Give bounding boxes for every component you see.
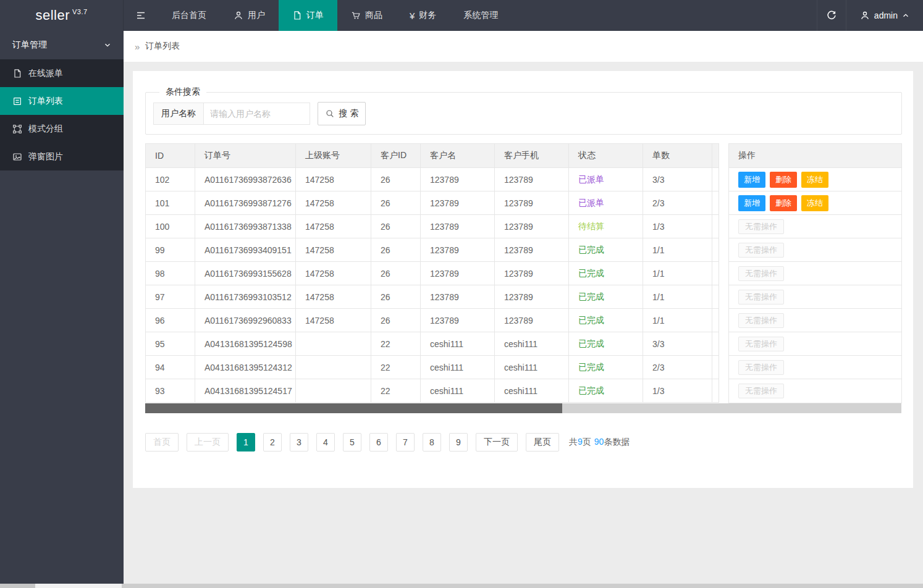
freeze-button[interactable]: 冻结 [801, 172, 828, 188]
pagination-page-8[interactable]: 8 [423, 433, 441, 452]
cell-status: 已派单 [569, 191, 643, 215]
actions-column-header: 操作 [729, 144, 901, 168]
table-row: 96A0116173699296083314725826123789123789… [146, 309, 719, 332]
page-scrollbar-thumb[interactable] [35, 584, 122, 588]
sidebar-item-order-list[interactable]: 订单列表 [0, 87, 124, 115]
cell-status: 已完成 [569, 262, 643, 285]
list-icon [12, 96, 22, 106]
nav-item-system[interactable]: 系统管理 [450, 0, 512, 31]
cell-customer-name: ceshi111 [421, 332, 495, 356]
user-icon [234, 10, 243, 20]
search-button[interactable]: 搜 索 [318, 102, 366, 125]
username-field-label: 用户名称 [153, 103, 204, 125]
table-row: 100A011617369938713381472582612378912378… [146, 215, 719, 238]
nav-item-finance[interactable]: ¥财务 [396, 0, 450, 31]
no-action-button: 无需操作 [738, 337, 784, 351]
breadcrumb: » 订单列表 [124, 31, 923, 62]
navbar-menu: 后台首页用户订单商品¥财务系统管理 [158, 0, 512, 31]
cell-order-no: A04131681395124517 [195, 379, 296, 403]
nav-item-goods[interactable]: 商品 [337, 0, 396, 31]
app-version: V3.7 [72, 8, 88, 15]
freeze-button[interactable]: 冻结 [801, 195, 828, 211]
refresh-icon [826, 10, 837, 21]
column-header: 客户名 [421, 144, 495, 168]
cell-customer-name: 123789 [421, 168, 495, 191]
admin-menu[interactable]: admin [846, 0, 923, 31]
no-action-button: 无需操作 [738, 360, 784, 375]
delete-button[interactable]: 删除 [770, 195, 797, 211]
no-action-button: 无需操作 [738, 243, 784, 258]
table-row: 94A0413168139512431222ceshi111ceshi111已完… [146, 356, 719, 379]
cell-count: 3/3 [643, 168, 712, 191]
cell-spacer [712, 168, 719, 191]
cell-id: 100 [146, 215, 195, 238]
delete-button[interactable]: 删除 [770, 172, 797, 188]
cell-status: 已完成 [569, 285, 643, 309]
username-input[interactable] [204, 103, 310, 125]
pagination-next-button[interactable]: 下一页 [476, 433, 518, 452]
refresh-button[interactable] [817, 0, 846, 31]
pagination-page-3[interactable]: 3 [290, 433, 308, 452]
sidebar-item-popup-image[interactable]: 弹窗图片 [0, 143, 124, 170]
cell-customer-id: 26 [371, 191, 421, 215]
cell-customer-phone: 123789 [495, 191, 569, 215]
cell-customer-id: 26 [371, 285, 421, 309]
cell-parent-account [296, 379, 371, 403]
actions-row: 无需操作 [729, 215, 901, 238]
cell-spacer [712, 379, 719, 403]
sidebar-item-mode-group[interactable]: 模式分组 [0, 115, 124, 143]
pagination-prev-button[interactable]: 上一页 [187, 433, 229, 452]
cell-id: 98 [146, 262, 195, 285]
column-header: 上级账号 [296, 144, 371, 168]
nav-item-orders[interactable]: 订单 [279, 0, 337, 31]
table-row: 93A0413168139512451722ceshi111ceshi111已完… [146, 379, 719, 403]
pagination-page-2[interactable]: 2 [263, 433, 282, 452]
order-table-main: ID订单号上级账号客户ID客户名客户手机状态单数 102A01161736993… [145, 143, 719, 403]
table-scrollbar-thumb[interactable] [145, 403, 562, 413]
pagination-page-7[interactable]: 7 [396, 433, 415, 452]
pagination-last-button[interactable]: 尾页 [526, 433, 559, 452]
sidebar-item-online-dispatch[interactable]: 在线派单 [0, 59, 124, 87]
image-icon [12, 152, 22, 162]
cell-count: 2/3 [643, 191, 712, 215]
cell-order-no: A01161736993871276 [195, 191, 296, 215]
top-navbar: seller V3.7 后台首页用户订单商品¥财务系统管理 admin [0, 0, 923, 31]
chevron-down-icon [104, 41, 111, 49]
cell-spacer [712, 262, 719, 285]
pagination-page-1[interactable]: 1 [237, 433, 255, 452]
cell-parent-account: 147258 [296, 168, 371, 191]
actions-row: 无需操作 [729, 262, 901, 285]
search-legend: 条件搜索 [159, 86, 206, 98]
pagination-page-5[interactable]: 5 [343, 433, 361, 452]
cell-customer-name: 123789 [421, 262, 495, 285]
nav-item-label: 商品 [365, 10, 382, 21]
sidebar-items: 在线派单订单列表模式分组弹窗图片 [0, 59, 124, 170]
cell-spacer [712, 285, 719, 309]
cell-customer-phone: ceshi111 [495, 332, 569, 356]
breadcrumb-current: 订单列表 [145, 41, 180, 52]
nav-item-home[interactable]: 后台首页 [158, 0, 220, 31]
pagination-page-6[interactable]: 6 [369, 433, 388, 452]
page-scrollbar-corner [0, 584, 35, 588]
cell-customer-phone: ceshi111 [495, 379, 569, 403]
cell-customer-name: 123789 [421, 309, 495, 332]
add-button[interactable]: 新增 [738, 172, 765, 188]
nav-item-users[interactable]: 用户 [220, 0, 279, 31]
breadcrumb-separator-icon: » [135, 41, 140, 52]
pagination-page-9[interactable]: 9 [449, 433, 468, 452]
add-button[interactable]: 新增 [738, 195, 765, 211]
cell-customer-phone: 123789 [495, 285, 569, 309]
pagination-first-button[interactable]: 首页 [145, 433, 179, 452]
cell-parent-account: 147258 [296, 285, 371, 309]
user-icon [860, 10, 870, 20]
cell-status: 待结算 [569, 215, 643, 238]
cell-id: 93 [146, 379, 195, 403]
sidebar-group-orders[interactable]: 订单管理 [0, 31, 124, 59]
app-logo: seller V3.7 [0, 0, 124, 31]
chevron-up-icon [902, 12, 909, 19]
collapse-sidebar-button[interactable] [124, 0, 158, 31]
cell-customer-phone: 123789 [495, 309, 569, 332]
cell-customer-name: 123789 [421, 191, 495, 215]
cell-spacer [712, 356, 719, 379]
pagination-page-4[interactable]: 4 [316, 433, 335, 452]
